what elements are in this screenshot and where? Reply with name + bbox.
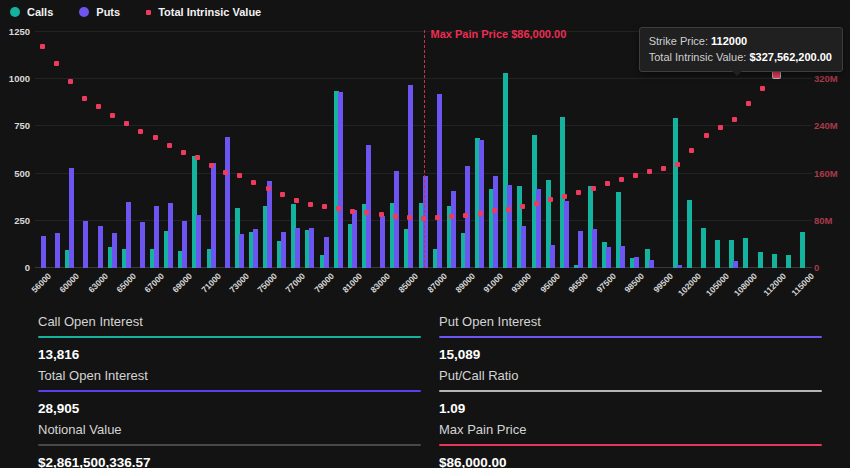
intrinsic-dot[interactable]	[506, 207, 511, 212]
intrinsic-dot[interactable]	[478, 211, 483, 216]
put-bar[interactable]	[634, 257, 639, 268]
intrinsic-dot[interactable]	[138, 129, 143, 134]
legend-calls[interactable]: Calls	[10, 6, 53, 18]
intrinsic-dot[interactable]	[40, 44, 45, 49]
put-bar[interactable]	[253, 229, 258, 268]
intrinsic-dot[interactable]	[576, 190, 581, 195]
intrinsic-dot[interactable]	[294, 198, 299, 203]
put-bar[interactable]	[182, 221, 187, 268]
intrinsic-dot[interactable]	[251, 180, 256, 185]
intrinsic-dot[interactable]	[689, 148, 694, 153]
put-bar[interactable]	[677, 265, 682, 268]
put-bar[interactable]	[41, 236, 46, 268]
put-bar[interactable]	[620, 246, 625, 268]
intrinsic-dot[interactable]	[68, 79, 73, 84]
put-bar[interactable]	[196, 215, 201, 268]
put-bar[interactable]	[338, 92, 343, 268]
intrinsic-dot[interactable]	[223, 170, 228, 175]
intrinsic-dot[interactable]	[336, 206, 341, 211]
intrinsic-dot[interactable]	[435, 215, 440, 220]
put-bar[interactable]	[451, 191, 456, 268]
put-bar[interactable]	[352, 210, 357, 268]
call-bar[interactable]	[743, 238, 748, 268]
intrinsic-dot[interactable]	[96, 104, 101, 109]
call-bar[interactable]	[687, 200, 692, 268]
call-bar[interactable]	[673, 118, 678, 268]
call-bar[interactable]	[800, 232, 805, 268]
intrinsic-dot[interactable]	[633, 173, 638, 178]
intrinsic-dot[interactable]	[605, 181, 610, 186]
intrinsic-dot[interactable]	[393, 214, 398, 219]
call-bar[interactable]	[715, 240, 720, 268]
put-bar[interactable]	[606, 247, 611, 268]
intrinsic-dot[interactable]	[237, 173, 242, 178]
intrinsic-dot[interactable]	[773, 71, 780, 78]
intrinsic-dot[interactable]	[548, 197, 553, 202]
intrinsic-dot[interactable]	[591, 186, 596, 191]
put-bar[interactable]	[211, 163, 216, 268]
put-bar[interactable]	[98, 226, 103, 268]
intrinsic-dot[interactable]	[153, 135, 158, 140]
put-bar[interactable]	[493, 176, 498, 269]
put-bar[interactable]	[168, 203, 173, 268]
intrinsic-dot[interactable]	[704, 133, 709, 138]
put-bar[interactable]	[394, 171, 399, 268]
put-bar[interactable]	[592, 229, 597, 268]
intrinsic-dot[interactable]	[280, 192, 285, 197]
put-bar[interactable]	[521, 226, 526, 268]
intrinsic-dot[interactable]	[562, 194, 567, 199]
intrinsic-dot[interactable]	[675, 162, 680, 167]
call-bar[interactable]	[786, 255, 791, 268]
intrinsic-dot[interactable]	[322, 204, 327, 209]
intrinsic-dot[interactable]	[421, 216, 426, 221]
put-bar[interactable]	[309, 228, 314, 268]
intrinsic-dot[interactable]	[167, 143, 172, 148]
intrinsic-dot[interactable]	[379, 212, 384, 217]
put-bar[interactable]	[649, 260, 654, 268]
intrinsic-dot[interactable]	[520, 204, 525, 209]
intrinsic-dot[interactable]	[110, 113, 115, 118]
put-bar[interactable]	[55, 233, 60, 268]
intrinsic-dot[interactable]	[364, 210, 369, 215]
put-bar[interactable]	[140, 222, 145, 268]
intrinsic-dot[interactable]	[350, 209, 355, 214]
put-bar[interactable]	[154, 206, 159, 268]
put-bar[interactable]	[267, 181, 272, 268]
intrinsic-dot[interactable]	[492, 208, 497, 213]
intrinsic-dot[interactable]	[449, 214, 454, 219]
intrinsic-dot[interactable]	[209, 163, 214, 168]
put-bar[interactable]	[366, 145, 371, 268]
intrinsic-dot[interactable]	[124, 121, 129, 126]
intrinsic-dot[interactable]	[534, 201, 539, 206]
intrinsic-dot[interactable]	[195, 155, 200, 160]
call-bar[interactable]	[701, 228, 706, 268]
intrinsic-dot[interactable]	[647, 169, 652, 174]
call-bar[interactable]	[758, 252, 763, 268]
put-bar[interactable]	[479, 140, 484, 268]
put-bar[interactable]	[83, 221, 88, 268]
put-bar[interactable]	[112, 233, 117, 268]
call-bar[interactable]	[772, 254, 777, 268]
intrinsic-dot[interactable]	[308, 202, 313, 207]
put-bar[interactable]	[733, 261, 738, 268]
intrinsic-dot[interactable]	[619, 177, 624, 182]
put-bar[interactable]	[408, 85, 413, 268]
intrinsic-dot[interactable]	[54, 61, 59, 66]
intrinsic-dot[interactable]	[746, 101, 751, 106]
intrinsic-dot[interactable]	[82, 96, 87, 101]
legend-puts[interactable]: Puts	[79, 6, 120, 18]
put-bar[interactable]	[550, 245, 555, 268]
put-bar[interactable]	[578, 231, 583, 268]
legend-intrinsic[interactable]: Total Intrinsic Value	[146, 6, 261, 18]
put-bar[interactable]	[507, 185, 512, 268]
put-bar[interactable]	[126, 202, 131, 268]
intrinsic-dot[interactable]	[718, 125, 723, 130]
put-bar[interactable]	[295, 228, 300, 268]
intrinsic-dot[interactable]	[181, 150, 186, 155]
put-bar[interactable]	[225, 137, 230, 268]
intrinsic-dot[interactable]	[661, 166, 666, 171]
put-bar[interactable]	[281, 232, 286, 268]
intrinsic-dot[interactable]	[732, 117, 737, 122]
intrinsic-dot[interactable]	[266, 186, 271, 191]
put-bar[interactable]	[239, 234, 244, 268]
